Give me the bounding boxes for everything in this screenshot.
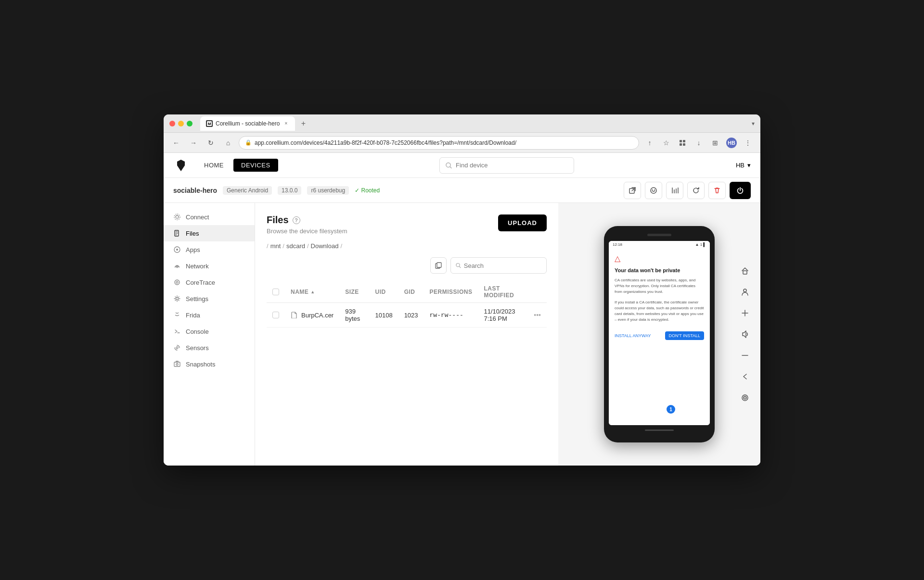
share-button[interactable]: ↑ [643, 136, 656, 150]
breadcrumb-sep-1: / [282, 242, 284, 250]
volume-ctrl-button[interactable] [737, 327, 753, 342]
sidebar-item-snapshots[interactable]: Snapshots [164, 356, 255, 372]
delete-device-button[interactable] [708, 182, 726, 199]
row-size: 939 bytes [339, 303, 369, 328]
sidebar-item-console[interactable]: Console [164, 323, 255, 340]
row-uid: 10108 [369, 303, 398, 328]
bookmark-button[interactable]: ☆ [659, 136, 673, 150]
close-traffic-light[interactable] [169, 121, 175, 126]
device-search-wrap[interactable] [439, 157, 574, 174]
person-ctrl-button[interactable] [737, 284, 753, 300]
devices-nav-link[interactable]: DEVICES [233, 159, 278, 172]
row-modified: 11/10/2023 7:16 PM [478, 303, 528, 328]
device-actions [624, 182, 751, 199]
user-menu[interactable]: HB ▾ [736, 162, 751, 169]
row-gid: 1023 [398, 303, 424, 328]
home-ctrl-button[interactable] [737, 263, 753, 278]
profile-button[interactable]: HB [725, 136, 738, 150]
upload-button[interactable]: UPLOAD [498, 214, 547, 231]
files-info-icon[interactable]: ? [293, 216, 300, 224]
files-header: Files ? Browse the device filesystem UPL… [267, 214, 547, 235]
zoom-in-ctrl-button[interactable] [737, 305, 753, 321]
svg-point-30 [176, 364, 178, 366]
header-checkbox[interactable] [272, 289, 279, 295]
files-title: Files ? [267, 214, 347, 226]
mask-button[interactable] [645, 182, 662, 199]
phone-alert-para2: If you install a CA certificate, the cer… [615, 300, 704, 323]
app-content: HOME DEVICES HB ▾ sociable-hero Gene [164, 153, 760, 466]
refresh-button[interactable]: ↻ [204, 136, 218, 150]
sidebar-item-settings[interactable]: Settings [164, 290, 255, 307]
svg-rect-5 [683, 143, 685, 146]
grid-button[interactable]: ⊞ [708, 136, 722, 150]
forward-button[interactable]: → [187, 136, 200, 150]
file-search-input[interactable] [464, 262, 541, 269]
back-ctrl-button[interactable] [737, 369, 753, 384]
phone-status-icons: ▲ 1 ▌ [695, 242, 706, 247]
phone-alert-para1: CA certificates are used by websites, ap… [615, 277, 704, 295]
maximize-traffic-light[interactable] [187, 121, 192, 126]
more-button[interactable]: ⋮ [741, 136, 755, 150]
phone-device: 12:18 ▲ 1 ▌ △ Your data won't be private… [604, 226, 715, 442]
copy-path-button[interactable] [430, 257, 447, 274]
browser-window: M Corellium - sociable-hero × + ▾ ← → ↻ … [164, 114, 760, 466]
svg-point-25 [176, 281, 178, 283]
power-button[interactable] [730, 182, 751, 199]
sidebar-item-connect[interactable]: Connect [164, 209, 255, 225]
network-icon [173, 262, 181, 270]
phone-warning-icon: △ [615, 254, 704, 263]
coretrace-label: CoreTrace [186, 279, 215, 286]
back-button[interactable]: ← [169, 136, 183, 150]
file-search-wrap[interactable] [450, 257, 547, 274]
col-header-size: SIZE [339, 281, 369, 303]
file-name[interactable]: BurpCA.cer [301, 312, 334, 319]
graph-button[interactable] [666, 182, 683, 199]
breadcrumb-sdcard[interactable]: sdcard [286, 242, 305, 250]
device-search-input[interactable] [456, 162, 568, 169]
tab-list-button[interactable]: ▾ [752, 120, 755, 127]
svg-rect-35 [743, 271, 747, 274]
name-sort-btn[interactable]: NAME ▲ [291, 289, 334, 295]
home-nav-link[interactable]: HOME [196, 159, 231, 172]
phone-dont-install-btn[interactable]: DON'T INSTALL [665, 331, 704, 340]
row-checkbox[interactable] [272, 312, 279, 318]
svg-point-18 [176, 215, 179, 218]
extensions-button[interactable] [676, 136, 689, 150]
sidebar-item-frida[interactable]: Frida [164, 307, 255, 323]
minimize-traffic-light[interactable] [178, 121, 184, 126]
col-header-name[interactable]: NAME ▲ [285, 281, 339, 303]
col-header-modified: LAST MODIFIED [478, 281, 528, 303]
phone-bottom [609, 425, 710, 435]
file-content: Files ? Browse the device filesystem UPL… [255, 203, 558, 466]
connect-label: Connect [186, 214, 209, 221]
browser-tab-active[interactable]: M Corellium - sociable-hero × [200, 116, 295, 131]
new-tab-button[interactable]: + [297, 117, 309, 130]
fingerprint-ctrl-button[interactable] [737, 390, 753, 405]
svg-point-13 [654, 189, 655, 190]
sidebar-item-network[interactable]: Network [164, 258, 255, 274]
home-button[interactable]: ⌂ [221, 136, 235, 150]
breadcrumb-mnt[interactable]: mnt [270, 242, 281, 250]
breadcrumb-download[interactable]: Download [311, 242, 339, 250]
sidebar-item-files[interactable]: Files [164, 225, 255, 241]
tab-close-button[interactable]: × [282, 120, 289, 127]
download-button[interactable]: ↓ [692, 136, 706, 150]
svg-point-36 [744, 289, 746, 292]
open-external-button[interactable] [624, 182, 641, 199]
svg-point-42 [744, 397, 745, 398]
row-more-button[interactable]: ••• [534, 311, 541, 319]
sidebar-item-apps[interactable]: Apps [164, 241, 255, 258]
address-bar[interactable]: 🔒 app.corellium.com/devices/4a211a9b-8f2… [239, 136, 639, 150]
snapshots-label: Snapshots [186, 361, 215, 368]
frida-label: Frida [186, 312, 200, 319]
sidebar-item-coretrace[interactable]: CoreTrace [164, 274, 255, 290]
refresh-device-button[interactable] [687, 182, 705, 199]
zoom-out-ctrl-button[interactable] [737, 348, 753, 363]
address-url: app.corellium.com/devices/4a211a9b-8f2f-… [255, 139, 516, 146]
svg-rect-2 [680, 140, 682, 142]
phone-install-btn[interactable]: INSTALL ANYWAY [615, 333, 651, 338]
svg-line-34 [459, 266, 461, 268]
tab-title: Corellium - sociable-hero [216, 120, 280, 127]
sidebar-item-sensors[interactable]: Sensors [164, 340, 255, 356]
device-rooted-badge: ✓ Rooted [355, 187, 380, 194]
